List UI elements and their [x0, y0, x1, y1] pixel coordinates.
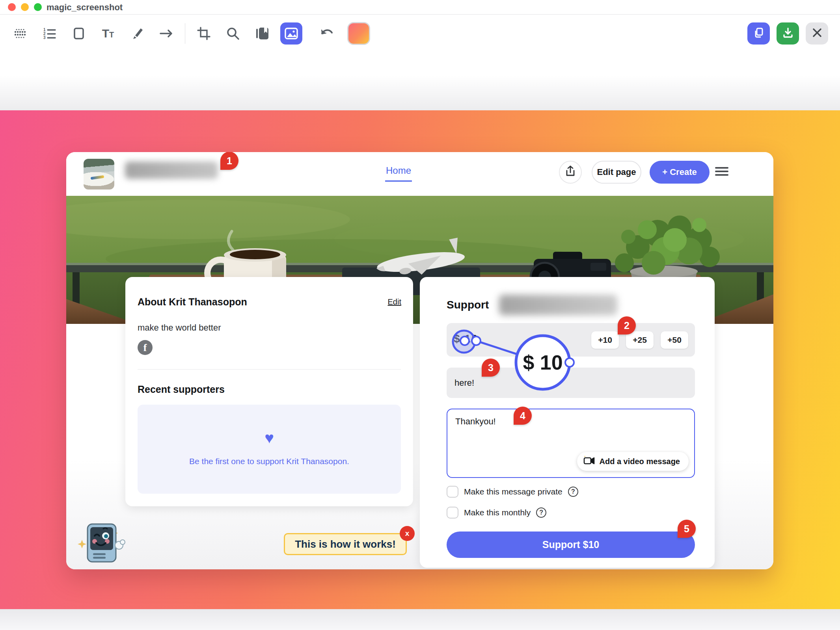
magnifier-icon [226, 27, 240, 40]
account-menu[interactable] [715, 161, 762, 184]
amount-chip-25[interactable]: +25 [626, 331, 654, 349]
edit-page-button[interactable]: Edit page [592, 161, 641, 184]
share-button[interactable] [559, 161, 582, 184]
rectangle-tool-button[interactable] [68, 22, 90, 45]
support-card: Support $ 10 +10 +25 +50 here! Thankyou!… [420, 277, 715, 568]
marker-3[interactable]: 3 [482, 359, 500, 377]
support-submit-button[interactable]: Support $10 [447, 532, 695, 558]
create-button[interactable]: + Create [650, 161, 710, 184]
supporters-empty-state: ♥ Be the first one to support Krit Thana… [138, 405, 401, 494]
amount-panel[interactable]: $ 10 +10 +25 +50 [447, 323, 695, 357]
hamburger-icon [715, 166, 728, 178]
magnify-tool-button[interactable] [222, 22, 244, 45]
pen-tool-button[interactable] [126, 22, 148, 45]
save-button[interactable] [777, 22, 799, 45]
toolbar-divider [185, 23, 185, 44]
about-card: About Krit Thanasopon Edit make the worl… [125, 277, 413, 506]
blur-tool-button[interactable] [9, 22, 32, 45]
add-video-message-button[interactable]: Add a video message [577, 452, 689, 471]
zoom-traffic-light[interactable] [34, 3, 42, 11]
support-name-blurred [499, 295, 617, 315]
image-tool-button[interactable] [280, 22, 302, 45]
arrow-icon [159, 29, 173, 38]
site-header: Home Edit page + Create [66, 152, 773, 196]
title-bar: magic_screenshot [0, 0, 840, 15]
private-checkbox[interactable] [447, 486, 458, 498]
close-icon [812, 28, 822, 39]
undo-icon [320, 28, 334, 39]
private-label: Make this message private [464, 487, 562, 496]
canvas-margin [0, 52, 840, 110]
private-message-row: Make this message private ? [447, 485, 578, 498]
numbered-list-icon: 1 2 3 [43, 27, 56, 40]
monthly-help-icon[interactable]: ? [536, 507, 546, 518]
marker-1[interactable]: 1 [220, 152, 238, 170]
image-icon [284, 27, 298, 40]
amount-chip-50[interactable]: +50 [661, 331, 688, 349]
window-footer [0, 609, 840, 630]
message-value: Thankyou! [455, 416, 496, 427]
close-x-icon: x [405, 529, 410, 538]
color-swatch[interactable] [347, 22, 370, 45]
heart-icon: ♥ [138, 429, 401, 447]
about-bio: make the world better [138, 323, 221, 333]
add-video-message-label: Add a video message [599, 457, 680, 466]
support-title: Support [447, 299, 489, 311]
amount-chip-10[interactable]: +10 [591, 331, 619, 349]
marker-4[interactable]: 4 [514, 407, 532, 425]
annotation-toolbar: 1 2 3 TT [0, 15, 840, 52]
nav-home[interactable]: Home [386, 165, 411, 176]
monthly-label: Make this monthly [464, 508, 531, 517]
divider [138, 369, 401, 370]
name-input-value: here! [447, 378, 474, 388]
copy-button[interactable] [747, 22, 770, 45]
monthly-row: Make this monthly ? [447, 506, 546, 519]
bookmark-board-icon [255, 27, 269, 40]
share-icon [565, 165, 576, 179]
screenshot-canvas[interactable]: Home Edit page + Create [66, 152, 773, 569]
close-traffic-light[interactable] [8, 3, 16, 11]
about-edit-link[interactable]: Edit [388, 297, 401, 307]
account-avatar [733, 162, 754, 182]
facebook-icon[interactable]: f [138, 340, 153, 355]
supporters-empty-text: Be the first one to support Krit Thanaso… [138, 457, 401, 466]
callout-bubble[interactable]: This is how it works! [284, 533, 407, 555]
close-button[interactable] [806, 22, 828, 45]
undo-button[interactable] [316, 22, 338, 45]
pen-icon [130, 27, 144, 40]
crop-icon [197, 27, 210, 40]
rectangle-icon [73, 27, 85, 40]
callout-close-button[interactable]: x [400, 526, 415, 541]
svg-text:3: 3 [43, 35, 46, 40]
window-title: magic_screenshot [47, 2, 123, 13]
arrow-tool-button[interactable] [155, 22, 177, 45]
about-title: About Krit Thanasopon [138, 296, 247, 308]
minimize-traffic-light[interactable] [21, 3, 29, 11]
clipboard-tool-button[interactable] [251, 22, 273, 45]
text-tool-button[interactable]: TT [97, 22, 119, 45]
amount-value: $ 10 [454, 333, 479, 345]
crop-tool-button[interactable] [193, 22, 215, 45]
recent-supporters-title: Recent supporters [138, 384, 225, 395]
creator-name-blurred [125, 162, 218, 179]
video-camera-icon [583, 456, 595, 467]
blur-pattern-icon [14, 27, 27, 40]
copy-icon [753, 27, 764, 40]
mascot-sticker [77, 522, 132, 563]
monthly-checkbox[interactable] [447, 507, 458, 518]
nav-home-underline [385, 180, 412, 182]
marker-2[interactable]: 2 [618, 316, 636, 335]
download-icon [782, 27, 793, 40]
creator-avatar[interactable] [84, 159, 114, 190]
marker-5[interactable]: 5 [678, 520, 696, 538]
text-icon: TT [102, 27, 114, 40]
private-help-icon[interactable]: ? [568, 487, 578, 497]
message-textarea[interactable]: Thankyou! Add a video message [447, 409, 695, 478]
counter-tool-button[interactable]: 1 2 3 [39, 22, 61, 45]
